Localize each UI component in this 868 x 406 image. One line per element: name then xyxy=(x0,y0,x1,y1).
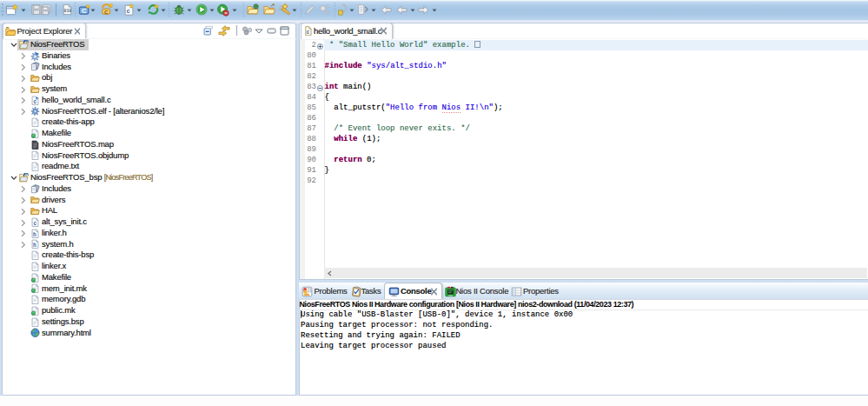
svg-text:c: c xyxy=(126,8,129,15)
svg-text:c: c xyxy=(307,29,310,36)
svg-text:C: C xyxy=(82,7,87,15)
svg-text:010: 010 xyxy=(64,9,72,13)
svg-text:C: C xyxy=(104,9,109,15)
